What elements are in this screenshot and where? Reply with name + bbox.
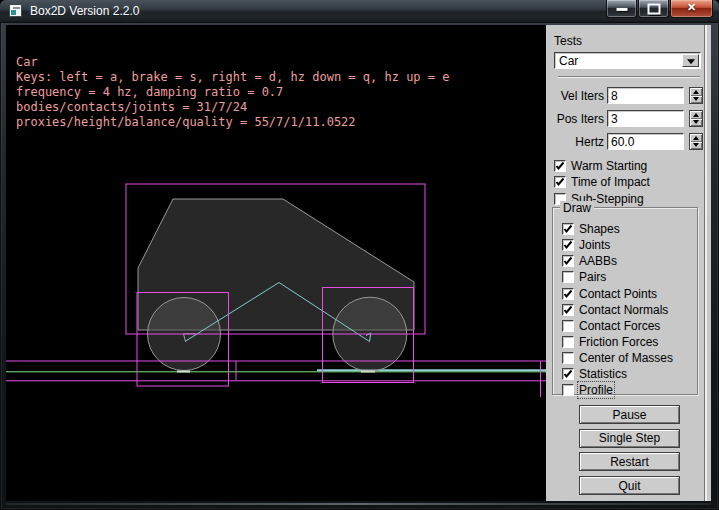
center-of-masses-checkbox-box[interactable] [562,352,574,364]
checkbox-contact-points[interactable]: Contact Points [562,286,673,302]
checkbox-label: Contact Points [579,287,657,301]
spinner-label: Hertz [546,135,604,149]
spinner-down-button[interactable] [690,96,702,104]
contact-points-checkbox-box[interactable] [562,288,574,300]
spinner-label: Pos Iters [546,112,604,126]
spinner-row-hertz: Hertz60.0 [546,133,711,150]
panel-edge [704,25,707,501]
draw-group-label: Draw [560,201,594,215]
arrow-down-icon [693,120,699,124]
maximize-button[interactable] [638,0,669,18]
arrow-up-icon [693,90,699,94]
checkbox-contact-normals[interactable]: Contact Normals [562,302,673,318]
checkbox-center-of-masses[interactable]: Center of Masses [562,350,673,366]
hertz-stepper [689,133,703,150]
checkbox-label: Statistics [579,367,627,381]
simulation-canvas[interactable]: CarKeys: left = a, brake = s, right = d,… [6,25,546,501]
stats-line: bodies/contacts/joints = 31/7/24 [16,100,449,115]
spinner-down-button[interactable] [690,142,702,150]
profile-checkbox-box[interactable] [562,384,574,396]
contact-forces-checkbox-box[interactable] [562,320,574,332]
separator [558,76,700,78]
spinner-row-vel-iters: Vel Iters8 [546,87,711,104]
checkbox-joints[interactable]: Joints [562,237,673,253]
checkbox-profile[interactable]: Profile [562,382,673,398]
vel-iters-input[interactable]: 8 [607,87,684,104]
minimize-button[interactable] [606,0,637,18]
check-icon [563,369,573,379]
spinner-up-button[interactable] [690,88,702,96]
caption-buttons: ✕ [605,0,713,18]
checkbox-label: Warm Starting [571,159,647,173]
checkbox-friction-forces[interactable]: Friction Forces [562,334,673,350]
draw-groupbox: Draw ShapesJointsAABBsPairsContact Point… [552,207,698,395]
checkbox-time-of-impact[interactable]: Time of Impact [554,174,650,190]
pos-iters-input[interactable]: 3 [607,110,684,127]
spinner-up-button[interactable] [690,134,702,142]
spinner-down-button[interactable] [690,119,702,127]
checkbox-label: Contact Normals [579,303,668,317]
spinner-up-button[interactable] [690,111,702,119]
joints-checkbox-box[interactable] [562,239,574,251]
checkbox-label: Contact Forces [579,319,660,333]
draw-flags: ShapesJointsAABBsPairsContact PointsCont… [562,221,673,399]
friction-forces-checkbox-box[interactable] [562,336,574,348]
check-icon [555,161,565,171]
vel-iters-stepper [689,87,703,104]
close-button[interactable]: ✕ [670,0,713,18]
pairs-checkbox-box[interactable] [562,271,574,283]
app-window: Box2D Version 2.2.0 ✕ CarKeys: left = a,… [0,0,719,510]
checkbox-label: AABBs [579,254,617,268]
spinner-row-pos-iters: Pos Iters3 [546,110,711,127]
checkbox-label: Friction Forces [579,335,658,349]
checkbox-label: Shapes [579,222,620,236]
checkbox-label: Center of Masses [579,351,673,365]
checkbox-warm-starting[interactable]: Warm Starting [554,158,650,174]
chevron-down-icon [687,59,695,64]
time-of-impact-checkbox-box[interactable] [554,176,566,188]
check-icon [555,177,565,187]
arrow-down-icon [693,143,699,147]
checkbox-statistics[interactable]: Statistics [562,366,673,382]
check-icon [563,224,573,234]
title-bar[interactable]: Box2D Version 2.2.0 ✕ [0,0,719,23]
checkbox-label: Joints [579,238,610,252]
checkbox-aabbs[interactable]: AABBs [562,253,673,269]
stats-line: Car [16,55,449,70]
checkbox-pairs[interactable]: Pairs [562,269,673,285]
stats-line: frequency = 4 hz, damping ratio = 0.7 [16,85,449,100]
hertz-input[interactable]: 60.0 [607,133,684,150]
stats-line: Keys: left = a, brake = s, right = d, hz… [16,70,449,85]
tests-dropdown[interactable]: Car [554,52,701,69]
app-icon [9,4,22,17]
glui-panel: Tests Car Vel Iters8Pos Iters3Hertz60.0 … [546,25,711,501]
iteration-controls: Vel Iters8Pos Iters3Hertz60.0 [546,87,711,156]
arrow-down-icon [693,97,699,101]
checkbox-shapes[interactable]: Shapes [562,221,673,237]
window-frame-gloss [6,503,711,505]
stats-text: CarKeys: left = a, brake = s, right = d,… [16,55,449,130]
statistics-checkbox-box[interactable] [562,368,574,380]
check-icon [563,289,573,299]
minimize-icon [616,7,627,10]
tests-dropdown-value: Car [559,54,578,68]
shapes-checkbox-box[interactable] [562,223,574,235]
solver-toggles: Warm StartingTime of ImpactSub-Stepping [554,158,650,207]
restart-button[interactable]: Restart [579,452,680,471]
spinner-label: Vel Iters [546,89,604,103]
warm-starting-checkbox-box[interactable] [554,160,566,172]
window-title: Box2D Version 2.2.0 [30,4,139,18]
quit-button[interactable]: Quit [579,476,680,495]
checkbox-label: Pairs [579,270,606,284]
pause-button[interactable]: Pause [579,405,680,424]
arrow-up-icon [693,136,699,140]
contact-normals-checkbox-box[interactable] [562,304,574,316]
check-icon [563,305,573,315]
aabbs-checkbox-box[interactable] [562,255,574,267]
tests-label: Tests [554,34,582,48]
checkbox-contact-forces[interactable]: Contact Forces [562,318,673,334]
stats-line: proxies/height/balance/quality = 55/7/1/… [16,115,449,130]
tests-dropdown-button[interactable] [682,54,699,67]
checkbox-label: Time of Impact [571,175,650,189]
single-step-button[interactable]: Single Step [579,429,680,448]
